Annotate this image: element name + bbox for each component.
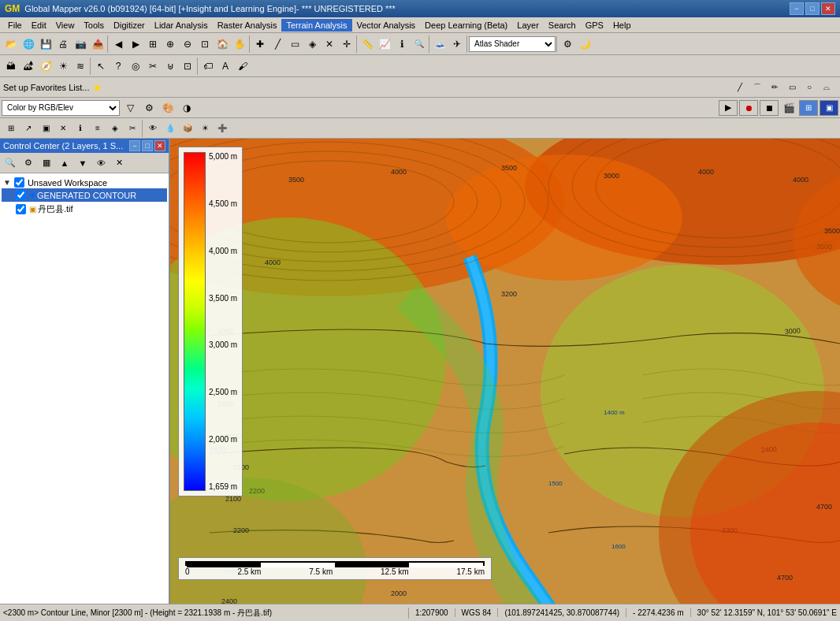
shader-select[interactable]: Atlas Shader	[469, 36, 556, 52]
night-button[interactable]: 🌙	[576, 35, 593, 53]
layer-contour[interactable]: ✚ GENERATED CONTOUR	[2, 188, 167, 202]
close-button[interactable]: ✕	[821, 2, 835, 15]
zoom-fit-button[interactable]: ⊡	[196, 35, 214, 53]
menu-raster[interactable]: Raster Analysis	[213, 19, 282, 32]
menu-digitizer[interactable]: Digitizer	[109, 19, 150, 32]
minimap-button[interactable]: ▣	[820, 100, 838, 116]
save-button[interactable]: 💾	[37, 35, 54, 53]
open-button[interactable]: 📂	[2, 35, 20, 53]
feature-split-button[interactable]: ✂	[124, 120, 141, 137]
move-button[interactable]: ✛	[338, 35, 355, 53]
cc-options-button[interactable]: ⚙	[20, 154, 37, 172]
menu-gps[interactable]: GPS	[581, 19, 608, 32]
cc-move-down-button[interactable]: ▼	[74, 154, 91, 172]
digit-curve-button[interactable]: ⌒	[749, 79, 766, 96]
clip-button[interactable]: ✂	[144, 58, 162, 75]
export-button[interactable]: 📤	[89, 35, 106, 53]
query-button[interactable]: ?	[110, 58, 127, 75]
delete-button[interactable]: ✕	[321, 35, 338, 53]
digit-rect-button[interactable]: ▭	[783, 79, 801, 96]
digit-circle-button[interactable]: ○	[801, 79, 818, 96]
feature-attr-button[interactable]: ≡	[89, 120, 106, 137]
zoom-in-button[interactable]: ⊕	[162, 35, 179, 53]
fly-button[interactable]: ✈	[448, 35, 466, 53]
menu-vector[interactable]: Vector Analysis	[352, 19, 421, 32]
select-button[interactable]: ↖	[92, 58, 110, 75]
digit-arc-button[interactable]: ⌓	[818, 79, 835, 96]
select-all-button[interactable]: ⊞	[2, 120, 20, 137]
info-button[interactable]: ℹ	[393, 35, 411, 53]
menu-lidar[interactable]: Lidar Analysis	[150, 19, 213, 32]
digit-line-button[interactable]: ╱	[731, 79, 749, 96]
pan-button[interactable]: ✋	[231, 35, 248, 53]
back-button[interactable]: ◀	[110, 35, 127, 53]
workspace-root[interactable]: ▼ Unsaved Workspace	[2, 177, 167, 188]
slope-button[interactable]: 🏕	[20, 58, 37, 75]
cc-restore-button[interactable]: □	[142, 140, 153, 151]
edit-vertex-button[interactable]: ◈	[303, 35, 321, 53]
map-area[interactable]: 3000 3000 2400 2400 3200 3500 4000 3100 …	[170, 139, 840, 604]
watershed-button[interactable]: 💧	[162, 120, 179, 137]
contour-checkbox[interactable]	[16, 190, 26, 200]
cc-remove-button[interactable]: ✕	[110, 154, 128, 172]
minimize-button[interactable]: −	[790, 2, 804, 15]
label-button[interactable]: A	[217, 58, 234, 75]
draw-area-button[interactable]: ▭	[286, 35, 303, 53]
menu-edit[interactable]: Edit	[27, 19, 51, 32]
menu-deeplearning[interactable]: Deep Learning (Beta)	[420, 19, 512, 32]
layer-tif[interactable]: ▣ 丹巴县.tif	[2, 202, 167, 217]
play-button[interactable]: ▶	[719, 100, 738, 116]
cc-close-button[interactable]: ✕	[154, 140, 165, 151]
add-layer-button[interactable]: ➕	[214, 120, 231, 137]
overview-button[interactable]: ⊞	[799, 100, 818, 116]
draw-point-button[interactable]: ✚	[251, 35, 269, 53]
zoom-out-button[interactable]: ⊖	[179, 35, 196, 53]
style-button[interactable]: 🖌	[234, 58, 251, 75]
measure-button[interactable]: 📏	[359, 35, 376, 53]
open-url-button[interactable]: 🌐	[20, 35, 37, 53]
aspect-button[interactable]: 🧭	[37, 58, 54, 75]
menu-help[interactable]: Help	[608, 19, 636, 32]
forward-button[interactable]: ▶	[127, 35, 144, 53]
colorbar-sample-button[interactable]: 🎨	[159, 99, 177, 117]
stop-button[interactable]: ⏹	[760, 100, 779, 116]
cc-table-button[interactable]: ▦	[38, 154, 55, 172]
classify-button[interactable]: 🏷	[199, 58, 217, 75]
zoom-rect-button[interactable]: ⊞	[144, 35, 162, 53]
colorbar-settings-button[interactable]: ⚙	[140, 99, 158, 117]
select-area-button[interactable]: ▣	[37, 120, 54, 137]
search-feature-button[interactable]: 🔍	[411, 35, 428, 53]
home-button[interactable]: 🏠	[214, 35, 231, 53]
path-profile-button[interactable]: 📈	[376, 35, 393, 53]
feature-snap-button[interactable]: ◈	[106, 120, 124, 137]
volume-button[interactable]: 📦	[179, 120, 196, 137]
draw-line-button[interactable]: ╱	[269, 35, 286, 53]
contour-button[interactable]: ≋	[72, 58, 89, 75]
animation-settings-button[interactable]: 🎬	[780, 99, 797, 117]
select-feature-button[interactable]: ↗	[20, 120, 37, 137]
cc-minimize-button[interactable]: −	[129, 140, 140, 151]
dissolve-button[interactable]: ⊡	[179, 58, 196, 75]
colorbar-select[interactable]: Color by RGB/Elev	[2, 100, 120, 116]
colorbar-contrast-button[interactable]: ◑	[178, 99, 195, 117]
hillshade-button[interactable]: ☀	[54, 58, 72, 75]
maximize-button[interactable]: □	[805, 2, 820, 15]
menu-file[interactable]: File	[3, 19, 27, 32]
menu-layer[interactable]: Layer	[512, 19, 544, 32]
menu-search[interactable]: Search	[544, 19, 581, 32]
deselect-button[interactable]: ✕	[54, 120, 72, 137]
terrain-map[interactable]: 3000 3000 2400 2400 3200 3500 4000 3100 …	[170, 139, 840, 604]
buffer-button[interactable]: ◎	[127, 58, 144, 75]
digit-freehand-button[interactable]: ✏	[766, 79, 783, 96]
union-button[interactable]: ⊎	[162, 58, 179, 75]
dem-button[interactable]: 🏔	[2, 58, 20, 75]
feature-info-button[interactable]: ℹ	[72, 120, 89, 137]
cc-add-button[interactable]: 🔍	[2, 154, 19, 172]
sunlight-button[interactable]: ☀	[196, 120, 214, 137]
settings-button[interactable]: ⚙	[559, 35, 576, 53]
record-button[interactable]: ⏺	[739, 100, 758, 116]
menu-tools[interactable]: Tools	[79, 19, 109, 32]
favorites-label[interactable]: Set up Favorites List...	[3, 83, 89, 92]
3d-button[interactable]: 🗻	[431, 35, 448, 53]
menu-view[interactable]: View	[51, 19, 80, 32]
